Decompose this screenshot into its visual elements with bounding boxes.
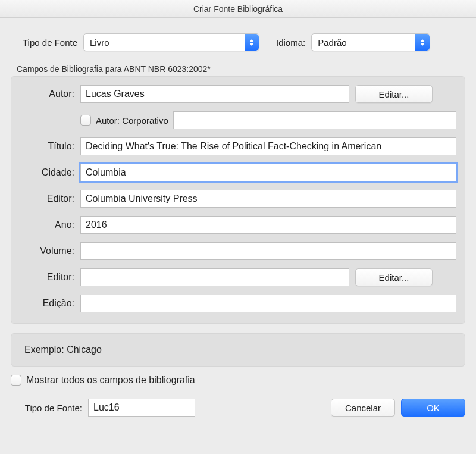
publisher-input[interactable] (80, 190, 456, 208)
window-title: Criar Fonte Bibliográfica (193, 4, 283, 14)
chevron-up-down-icon (245, 34, 259, 51)
corporate-author-input[interactable] (173, 111, 456, 129)
title-label: Título: (20, 141, 74, 152)
corporate-author-checkbox[interactable] (80, 115, 91, 126)
year-label: Ano: (20, 220, 74, 230)
chevron-up-down-icon (415, 34, 430, 51)
ok-button[interactable]: OK (401, 399, 465, 417)
biblio-fields-panel: Autor: Editar... Autor: Corporativo Títu… (11, 76, 465, 324)
show-all-fields-label: Mostrar todos os campos de bibliografia (26, 375, 195, 386)
edit-editor-button[interactable]: Editar... (355, 268, 433, 286)
source-type-label: Tipo de Fonte (11, 37, 77, 48)
source-type-select[interactable]: Livro (83, 33, 259, 51)
language-label: Idioma: (276, 37, 305, 48)
source-type-value: Livro (90, 37, 109, 48)
city-input[interactable] (80, 164, 456, 181)
city-label: Cidade: (20, 167, 74, 178)
show-all-fields-checkbox[interactable] (11, 375, 21, 386)
author-input[interactable] (80, 85, 349, 103)
corporate-author-label: Autor: Corporativo (96, 115, 168, 126)
cancel-button[interactable]: Cancelar (331, 399, 395, 417)
tag-name-input[interactable] (88, 399, 195, 417)
publisher-label: Editor: (20, 193, 74, 204)
panel-caption: Campos de Bibliografia para ABNT NBR 602… (17, 64, 465, 74)
edition-label: Edição: (20, 298, 74, 309)
example-text: Exemplo: Chicago (24, 345, 102, 355)
year-input[interactable] (80, 216, 456, 234)
tag-label: Tipo de Fonte: (11, 403, 82, 413)
edit-author-button[interactable]: Editar... (355, 85, 433, 103)
author-label: Autor: (20, 89, 74, 99)
volume-label: Volume: (20, 246, 74, 256)
volume-input[interactable] (80, 242, 456, 260)
editor2-input[interactable] (80, 268, 349, 286)
title-input[interactable] (80, 137, 456, 155)
titlebar: Criar Fonte Bibliográfica (0, 0, 476, 18)
editor2-label: Editor: (20, 272, 74, 283)
language-select[interactable]: Padrão (311, 33, 430, 51)
language-value: Padrão (318, 37, 346, 48)
edition-input[interactable] (80, 295, 456, 312)
example-panel: Exemplo: Chicago (11, 333, 465, 367)
top-row: Tipo de Fonte Livro Idioma: Padrão (11, 33, 465, 51)
